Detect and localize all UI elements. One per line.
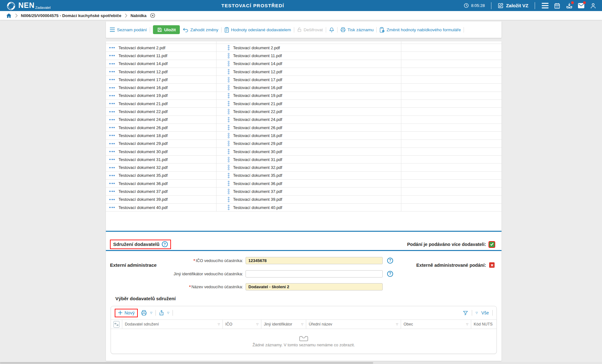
create-vz-button[interactable]: Založit VZ: [498, 3, 528, 9]
association-checkbox-true[interactable]: [489, 242, 495, 247]
row-menu-icon[interactable]: [228, 149, 229, 154]
column-filter-caret-icon[interactable]: ▽: [301, 323, 303, 326]
row-menu-icon[interactable]: [228, 45, 229, 51]
leader-name-input[interactable]: [246, 283, 383, 290]
table-row[interactable]: Testovací dokument 40.pdfTestovací dokum…: [106, 204, 502, 212]
row-menu-icon[interactable]: [228, 101, 229, 106]
breadcrumb-current[interactable]: Nabídka: [131, 13, 147, 18]
row-menu-icon[interactable]: [228, 93, 229, 98]
messages-button[interactable]: [577, 2, 585, 9]
other-identifier-input[interactable]: [246, 270, 383, 277]
table-row[interactable]: Testovací dokument 14.pdfTestovací dokum…: [106, 60, 502, 68]
table-row[interactable]: Testovací dokument 35.pdfTestovací dokum…: [106, 172, 502, 180]
table-row[interactable]: Testovací dokument 22.pdfTestovací dokum…: [106, 108, 502, 116]
row-menu-icon[interactable]: [228, 117, 229, 122]
drag-handle-icon[interactable]: [109, 111, 115, 112]
row-menu-icon[interactable]: [228, 189, 229, 194]
table-row[interactable]: Testovací dokument 11.pdfTestovací dokum…: [106, 52, 502, 60]
filter-button[interactable]: [463, 310, 468, 316]
print-list-button[interactable]: [141, 310, 147, 316]
notifications-button[interactable]: [329, 27, 334, 33]
inbox-button[interactable]: [565, 2, 573, 9]
new-supplier-button[interactable]: Nový: [118, 310, 135, 315]
decrypt-button[interactable]: Dešifrovat: [297, 27, 323, 32]
app-logo[interactable]: NEN Zadavatel: [0, 1, 51, 11]
user-button[interactable]: [589, 2, 597, 9]
row-menu-icon[interactable]: [228, 181, 229, 186]
close-tab-icon[interactable]: [150, 13, 155, 18]
view-options-caret-icon[interactable]: ▽: [476, 311, 478, 314]
drag-handle-icon[interactable]: [109, 71, 115, 72]
row-menu-icon[interactable]: [228, 53, 229, 58]
help-icon[interactable]: ?: [387, 258, 393, 264]
drag-handle-icon[interactable]: [109, 151, 115, 152]
drag-handle-icon[interactable]: [109, 207, 115, 208]
row-menu-icon[interactable]: [228, 157, 229, 162]
column-header[interactable]: Úřední název▽: [306, 320, 401, 329]
column-header[interactable]: Dodavatel sdružení▽: [122, 320, 223, 329]
show-all-button[interactable]: Vše: [481, 310, 489, 315]
drag-handle-icon[interactable]: [109, 135, 115, 136]
row-menu-icon[interactable]: [228, 165, 229, 170]
row-menu-icon[interactable]: [228, 173, 229, 178]
drag-handle-icon[interactable]: [109, 95, 115, 96]
menu-button[interactable]: [541, 2, 549, 9]
row-menu-icon[interactable]: [228, 77, 229, 82]
print-record-button[interactable]: Tisk záznamu: [340, 27, 374, 32]
help-icon[interactable]: ?: [162, 241, 168, 247]
table-row[interactable]: Testovací dokument 26.pdfTestovací dokum…: [106, 124, 502, 132]
drag-handle-icon[interactable]: [109, 183, 115, 184]
save-button[interactable]: Uložit: [153, 25, 180, 34]
row-menu-icon[interactable]: [228, 141, 229, 146]
supplier-values-button[interactable]: Hodnoty odeslané dodavatelem: [224, 27, 291, 33]
export-button[interactable]: [159, 310, 164, 316]
ico-input[interactable]: [246, 257, 383, 264]
row-menu-icon[interactable]: [228, 85, 229, 90]
column-header[interactable]: Kód NUTS: [471, 320, 496, 329]
drag-handle-icon[interactable]: [109, 63, 115, 64]
horizontal-scrollbar[interactable]: [0, 362, 602, 364]
column-filter-caret-icon[interactable]: ▽: [256, 323, 258, 326]
table-row[interactable]: Testovací dokument 12.pdfTestovací dokum…: [106, 68, 502, 76]
table-row[interactable]: Testovací dokument 36.pdfTestovací dokum…: [106, 180, 502, 188]
submissions-list-button[interactable]: Seznam podání: [110, 27, 147, 32]
change-form-values-button[interactable]: Změnit hodnoty nabídkového formuláře: [380, 27, 461, 33]
print-options-caret-icon[interactable]: ▽: [150, 311, 152, 314]
drag-handle-icon[interactable]: [109, 127, 115, 128]
table-row[interactable]: Testovací dokument 37.pdfTestovací dokum…: [106, 188, 502, 195]
drag-handle-icon[interactable]: [109, 191, 115, 192]
table-row[interactable]: Testovací dokument 21.pdfTestovací dokum…: [106, 100, 502, 108]
home-icon[interactable]: [6, 13, 12, 18]
scrollbar-thumb[interactable]: [0, 362, 373, 364]
table-row[interactable]: Testovací dokument 30.pdfTestovací dokum…: [106, 148, 502, 156]
column-filter-caret-icon[interactable]: ▽: [396, 323, 398, 326]
help-icon[interactable]: ?: [387, 271, 393, 277]
discard-changes-button[interactable]: Zahodit změny: [183, 27, 218, 32]
drag-handle-icon[interactable]: [109, 159, 115, 160]
row-menu-icon[interactable]: [228, 125, 229, 130]
row-menu-icon[interactable]: [228, 205, 229, 210]
drag-handle-icon[interactable]: [109, 55, 115, 56]
table-row[interactable]: Testovací dokument 18.pdfTestovací dokum…: [106, 132, 502, 140]
table-row[interactable]: Testovací dokument 39.pdfTestovací dokum…: [106, 196, 502, 204]
row-menu-icon[interactable]: [228, 69, 229, 75]
table-row[interactable]: Testovací dokument 32.pdfTestovací dokum…: [106, 164, 502, 171]
column-filter-caret-icon[interactable]: ▽: [218, 323, 220, 326]
table-row[interactable]: Testovací dokument 31.pdfTestovací dokum…: [106, 156, 502, 164]
table-row[interactable]: Testovací dokument 2.pdfTestovací dokume…: [106, 44, 502, 52]
table-row[interactable]: Testovací dokument 24.pdfTestovací dokum…: [106, 116, 502, 124]
drag-handle-icon[interactable]: [109, 199, 115, 200]
column-header[interactable]: IČO▽: [223, 320, 261, 329]
drag-handle-icon[interactable]: [109, 79, 115, 80]
table-row[interactable]: Testovací dokument 19.pdfTestovací dokum…: [106, 92, 502, 100]
calendar-button[interactable]: [553, 2, 561, 9]
export-options-caret-icon[interactable]: ▽: [167, 311, 169, 314]
column-settings-button[interactable]: [113, 321, 119, 328]
drag-handle-icon[interactable]: [109, 87, 115, 88]
drag-handle-icon[interactable]: [109, 143, 115, 144]
table-row[interactable]: Testovací dokument 29.pdfTestovací dokum…: [106, 140, 502, 148]
row-menu-icon[interactable]: [228, 133, 229, 138]
row-menu-icon[interactable]: [228, 197, 229, 202]
breadcrumb-procurement[interactable]: N006/25/V00004575 - Domácí kuchyňské spo…: [21, 13, 121, 18]
row-menu-icon[interactable]: [228, 109, 229, 114]
